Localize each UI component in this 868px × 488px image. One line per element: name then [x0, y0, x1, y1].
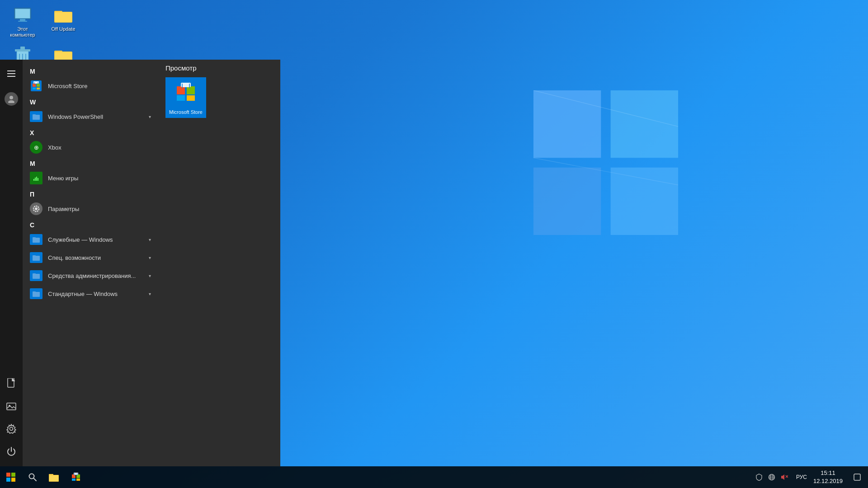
game-icon-wrap [30, 172, 42, 184]
svg-rect-54 [177, 86, 185, 94]
svg-rect-61 [6, 478, 10, 482]
standard-windows-expand-icon: ▾ [149, 291, 151, 296]
tile-grid: Microsoft Store [165, 77, 273, 118]
app-item-settings[interactable]: Параметры [23, 200, 158, 218]
powershell-icon [30, 110, 42, 123]
computer-icon-label: Этот компьютер [10, 26, 35, 38]
off-update-label: Off Update [52, 26, 75, 32]
svg-rect-62 [11, 478, 15, 482]
svg-marker-0 [533, 90, 601, 158]
taskbar-ms-store[interactable] [65, 466, 87, 488]
tray-date: 12.12.2019 [813, 477, 843, 485]
tile-ms-store-icon [175, 81, 197, 108]
hamburger-line-1 [7, 70, 15, 71]
admin-tools-expand-icon: ▾ [149, 273, 151, 278]
shield-icon[interactable] [754, 472, 764, 483]
sidebar-bottom-icons [0, 372, 23, 466]
desktop-icon-this-computer[interactable]: Этот компьютер [5, 5, 41, 40]
start-sidebar [0, 60, 23, 466]
svg-point-28 [10, 427, 13, 431]
svg-rect-47 [33, 237, 36, 239]
ms-store-list-icon [30, 80, 42, 92]
section-letter-x: X [23, 126, 158, 138]
section-letter-w: W [23, 95, 158, 108]
computer-icon [14, 6, 32, 24]
svg-rect-59 [6, 473, 10, 477]
svg-rect-71 [76, 479, 80, 481]
taskbar-apps [43, 466, 87, 488]
section-letter-m: M [23, 64, 158, 77]
svg-rect-57 [187, 95, 195, 101]
svg-rect-49 [33, 255, 36, 257]
tray-notification-button[interactable] [846, 466, 868, 488]
servizi-expand-icon: ▾ [149, 237, 151, 242]
accessibility-name: Спец. возможности [48, 254, 149, 261]
svg-rect-26 [7, 403, 16, 410]
section-letter-m2: М [23, 156, 158, 169]
app-item-accessibility[interactable]: Спец. возможности ▾ [23, 249, 158, 267]
svg-rect-7 [15, 9, 30, 18]
hamburger-menu-button[interactable] [1, 64, 22, 83]
tile-ms-store[interactable]: Microsoft Store [165, 77, 206, 118]
svg-marker-25 [12, 378, 15, 381]
folder-blue-icon [30, 111, 42, 122]
app-item-game-menu[interactable]: Меню игры [23, 169, 158, 187]
svg-rect-36 [33, 114, 36, 116]
taskbar-start-button[interactable] [0, 466, 22, 488]
hamburger-line-3 [7, 76, 15, 77]
app-item-standard-windows[interactable]: Стандартные — Windows ▾ [23, 285, 158, 303]
language-indicator[interactable]: РУС [793, 472, 810, 483]
sidebar-photos-icon[interactable] [0, 395, 23, 418]
svg-rect-69 [76, 474, 80, 478]
svg-point-23 [8, 100, 14, 103]
app-item-powershell[interactable]: Windows PowerShell ▾ [23, 108, 158, 126]
svg-rect-9 [18, 21, 27, 22]
svg-rect-81 [854, 474, 860, 480]
user-avatar [5, 92, 18, 106]
folder-blue-icon-2 [30, 251, 42, 264]
xbox-circle-icon: ⊕ [30, 141, 42, 154]
sidebar-user-icon[interactable] [0, 88, 23, 110]
svg-rect-41 [35, 178, 36, 181]
sidebar-settings-icon[interactable] [0, 418, 23, 440]
section-letter-s: С [23, 218, 158, 230]
app-item-servizi-windows[interactable]: Служебные — Windows ▾ [23, 230, 158, 249]
section-letter-p: П [23, 187, 158, 200]
svg-rect-15 [20, 47, 25, 50]
svg-marker-78 [781, 474, 784, 480]
svg-rect-42 [36, 177, 37, 181]
folder-blue-icon-1 [30, 233, 42, 246]
admin-tools-name: Средства администрирования... [48, 272, 149, 279]
taskbar-file-explorer[interactable] [43, 466, 65, 488]
xbox-name: Xbox [48, 144, 151, 151]
svg-rect-40 [33, 179, 34, 181]
tray-time: 15:11 [821, 469, 835, 477]
start-menu: M Microsoft Store W [0, 60, 280, 466]
taskbar-search-button[interactable] [22, 466, 43, 488]
svg-rect-8 [20, 19, 25, 21]
app-item-microsoft-store[interactable]: Microsoft Store [23, 77, 158, 95]
svg-point-44 [35, 207, 38, 210]
sidebar-documents-icon[interactable] [0, 372, 23, 395]
taskbar: РУС 15:11 12.12.2019 [0, 466, 868, 488]
desktop-icon-off-update[interactable]: Off Update [45, 5, 81, 40]
settings-gear-icon [30, 202, 42, 215]
svg-marker-2 [533, 168, 601, 235]
app-item-xbox[interactable]: ⊕ Xbox [23, 138, 158, 156]
hamburger-line-2 [7, 73, 15, 74]
ms-store-name: Microsoft Store [48, 83, 151, 89]
start-app-list[interactable]: M Microsoft Store W [23, 60, 158, 466]
servizi-windows-name: Служебные — Windows [48, 236, 149, 243]
sidebar-power-icon[interactable] [0, 440, 23, 463]
powershell-expand-icon: ▾ [149, 114, 151, 119]
volume-icon[interactable] [779, 472, 790, 483]
svg-text:⊕: ⊕ [34, 144, 39, 151]
svg-marker-3 [611, 168, 678, 235]
tray-clock[interactable]: 15:11 12.12.2019 [810, 469, 846, 485]
app-item-admin-tools[interactable]: Средства администрирования... ▾ [23, 267, 158, 285]
xbox-icon: ⊕ [30, 141, 42, 154]
svg-rect-51 [33, 273, 36, 275]
globe-icon[interactable] [766, 472, 777, 483]
folder-yellow-icon [54, 6, 72, 24]
tiles-header: Просмотр [165, 64, 273, 72]
